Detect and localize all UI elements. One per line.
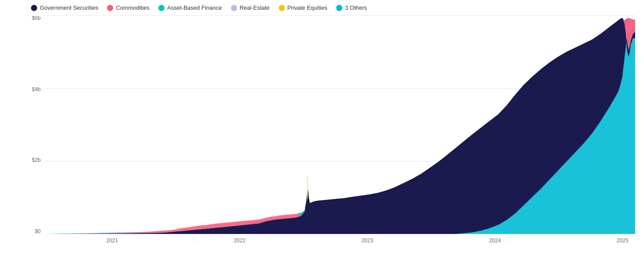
legend-item-real-estate: Real-Estate (231, 4, 270, 11)
chart-svg (44, 15, 635, 234)
legend-dot-private-eq (279, 5, 285, 11)
y-label-6b: $6b (32, 15, 41, 21)
y-label-4b: $4b (32, 87, 41, 92)
legend-label-asset-finance: Asset-Based Finance (167, 4, 222, 11)
x-label-2021: 2021 (106, 238, 118, 244)
y-label-0: $0 (35, 229, 41, 234)
spike-line (307, 176, 308, 199)
legend-label-real-estate: Real-Estate (240, 4, 270, 11)
x-label-2022: 2022 (234, 238, 246, 244)
chart-legend: Government Securities Commodities Asset-… (27, 4, 635, 11)
x-axis: 2021 2022 2023 2024 2025 (44, 234, 635, 247)
plot-area (44, 15, 635, 234)
legend-item-private-eq: Private Equities (279, 4, 327, 11)
chart-area: $6b $4b $2b $0 (27, 15, 635, 247)
legend-item-commodities: Commodities (107, 4, 150, 11)
chart-container: Government Securities Commodities Asset-… (0, 0, 644, 276)
x-label-2025: 2025 (617, 238, 629, 244)
legend-dot-commodities (107, 5, 113, 11)
legend-dot-real-estate (231, 5, 237, 11)
y-label-2b: $2b (32, 157, 41, 163)
legend-dot-asset-finance (158, 5, 165, 11)
legend-dot-others (336, 5, 342, 11)
legend-label-private-eq: Private Equities (288, 4, 327, 11)
legend-label-others: 3 Others (345, 4, 367, 11)
legend-item-gov-sec: Government Securities (31, 4, 98, 11)
legend-item-asset-finance: Asset-Based Finance (158, 4, 222, 11)
legend-dot-gov-sec (31, 5, 37, 11)
legend-label-gov-sec: Government Securities (40, 4, 98, 11)
legend-item-others: 3 Others (336, 4, 367, 11)
y-axis: $6b $4b $2b $0 (27, 15, 44, 234)
x-label-2023: 2023 (361, 238, 373, 244)
x-label-2024: 2024 (489, 238, 501, 244)
legend-label-commodities: Commodities (116, 4, 150, 11)
